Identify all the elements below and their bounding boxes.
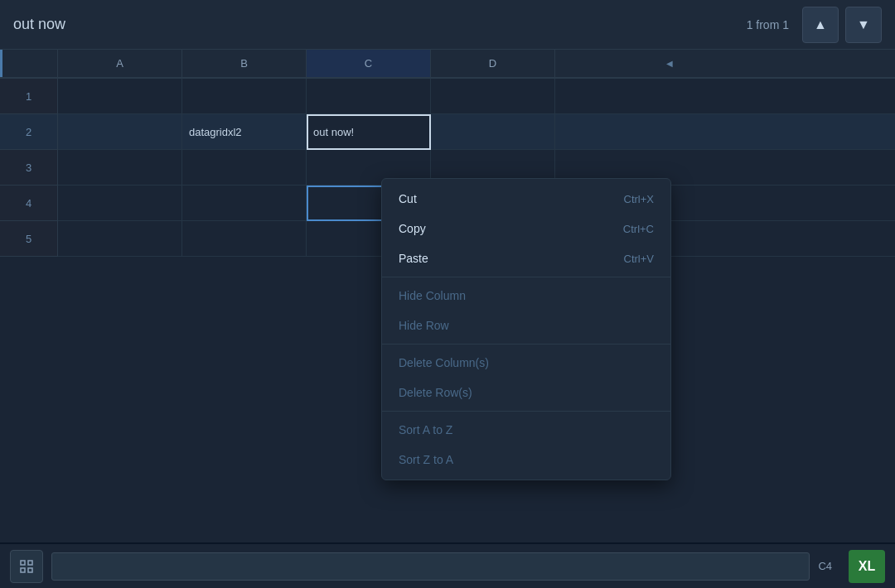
bottom-bar: C4 XL bbox=[0, 542, 895, 588]
nav-up-button[interactable]: ▲ bbox=[802, 7, 839, 43]
col-header-fill bbox=[680, 50, 895, 79]
xl-badge[interactable]: XL bbox=[849, 550, 885, 583]
menu-cut-shortcut: Ctrl+X bbox=[624, 193, 654, 205]
cell-extra-1 bbox=[555, 79, 680, 114]
cell-fill-4 bbox=[680, 186, 895, 221]
menu-copy-label: Copy bbox=[399, 222, 426, 235]
nav-controls: 1 from 1 ▲ ▼ bbox=[747, 7, 882, 43]
row-num-5: 5 bbox=[0, 221, 58, 257]
nav-down-button[interactable]: ▼ bbox=[845, 7, 882, 43]
col-header-a[interactable]: A bbox=[58, 50, 182, 79]
collapse-icon: ◀ bbox=[666, 59, 673, 68]
cell-a2[interactable] bbox=[58, 114, 182, 150]
menu-delete-col-label: Delete Column(s) bbox=[399, 356, 489, 369]
cell-fill-1 bbox=[680, 79, 895, 114]
expand-button[interactable] bbox=[10, 550, 43, 583]
cell-a5[interactable] bbox=[58, 221, 182, 257]
top-bar: out now 1 from 1 ▲ ▼ bbox=[0, 0, 895, 50]
context-menu: Cut Ctrl+X Copy Ctrl+C Paste Ctrl+V Hide… bbox=[381, 178, 671, 480]
search-count: 1 from 1 bbox=[747, 18, 789, 31]
cell-a4[interactable] bbox=[58, 186, 182, 221]
menu-paste-shortcut: Ctrl+V bbox=[624, 253, 654, 265]
formula-bar[interactable] bbox=[51, 552, 810, 581]
cell-extra-2 bbox=[555, 114, 680, 150]
cell-b5[interactable] bbox=[182, 221, 307, 257]
menu-paste-label: Paste bbox=[399, 252, 428, 265]
grid-corner bbox=[0, 50, 58, 79]
menu-hide-row-label: Hide Row bbox=[399, 319, 449, 332]
row-num-1: 1 bbox=[0, 79, 58, 114]
spreadsheet-title: out now bbox=[13, 16, 65, 33]
cell-b3[interactable] bbox=[182, 150, 307, 186]
row-num-4: 4 bbox=[0, 186, 58, 221]
col-header-d[interactable]: D bbox=[431, 50, 555, 79]
row-num-2: 2 bbox=[0, 114, 58, 150]
svg-rect-3 bbox=[28, 568, 32, 572]
cell-fill-3 bbox=[680, 150, 895, 186]
spreadsheet-area: A B C D ◀ 1 2 datagridxl2 out now! 3 bbox=[0, 50, 895, 542]
cell-d1[interactable] bbox=[431, 79, 555, 114]
menu-cut-label: Cut bbox=[399, 192, 417, 205]
cell-c1[interactable] bbox=[307, 79, 431, 114]
cell-fill-5 bbox=[680, 221, 895, 257]
menu-item-paste[interactable]: Paste Ctrl+V bbox=[382, 243, 670, 273]
col-header-b[interactable]: B bbox=[182, 50, 307, 79]
menu-item-delete-row: Delete Row(s) bbox=[382, 378, 670, 407]
cell-c2[interactable]: out now! bbox=[307, 114, 431, 150]
cell-fill-2 bbox=[680, 114, 895, 150]
menu-hide-col-label: Hide Column bbox=[399, 289, 466, 302]
menu-item-sort-az: Sort A to Z bbox=[382, 415, 670, 445]
menu-item-delete-col: Delete Column(s) bbox=[382, 348, 670, 378]
cell-b1[interactable] bbox=[182, 79, 307, 114]
expand-icon bbox=[20, 560, 33, 573]
menu-sort-az-label: Sort A to Z bbox=[399, 423, 452, 436]
menu-item-hide-col: Hide Column bbox=[382, 281, 670, 311]
svg-rect-1 bbox=[28, 561, 32, 565]
cell-b2[interactable]: datagridxl2 bbox=[182, 114, 307, 150]
menu-item-copy[interactable]: Copy Ctrl+C bbox=[382, 214, 670, 243]
menu-copy-shortcut: Ctrl+C bbox=[623, 223, 654, 235]
svg-rect-0 bbox=[21, 561, 25, 565]
menu-item-cut[interactable]: Cut Ctrl+X bbox=[382, 184, 670, 214]
cell-b4[interactable] bbox=[182, 186, 307, 221]
menu-divider-2 bbox=[382, 344, 670, 345]
cell-d2[interactable] bbox=[431, 114, 555, 150]
menu-divider-1 bbox=[382, 277, 670, 277]
col-header-extra: ◀ bbox=[555, 50, 680, 79]
menu-item-hide-row: Hide Row bbox=[382, 311, 670, 340]
menu-sort-za-label: Sort Z to A bbox=[399, 453, 453, 466]
row-num-3: 3 bbox=[0, 150, 58, 186]
cell-a3[interactable] bbox=[58, 150, 182, 186]
menu-delete-row-label: Delete Row(s) bbox=[399, 386, 472, 399]
cell-a1[interactable] bbox=[58, 79, 182, 114]
menu-divider-3 bbox=[382, 411, 670, 412]
col-header-c[interactable]: C bbox=[307, 50, 431, 79]
svg-rect-2 bbox=[21, 568, 25, 572]
cell-reference: C4 bbox=[818, 560, 832, 572]
menu-item-sort-za: Sort Z to A bbox=[382, 445, 670, 475]
col-indicator bbox=[0, 50, 2, 77]
